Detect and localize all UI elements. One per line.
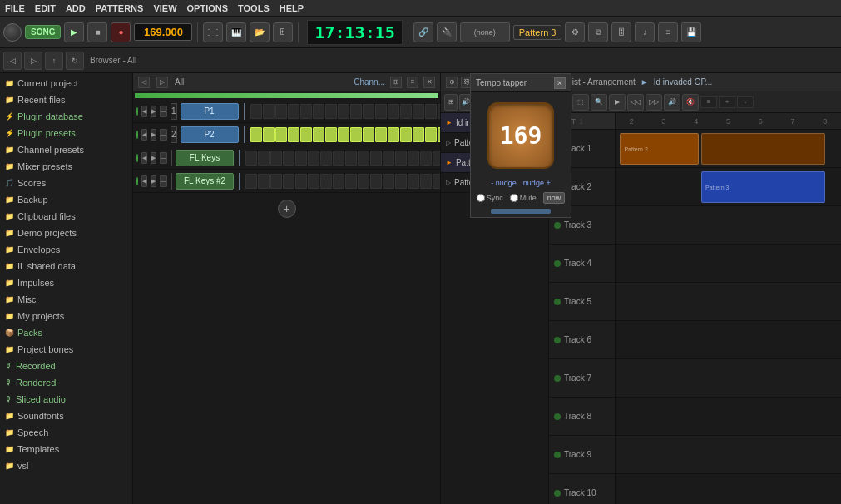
- sync-radio[interactable]: Sync: [477, 194, 503, 202]
- pl-tb-back[interactable]: ◁◁: [627, 94, 644, 111]
- pad[interactable]: [338, 127, 349, 142]
- nav-forward[interactable]: ▷: [24, 52, 42, 70]
- grid-row-8[interactable]: [616, 398, 841, 436]
- pad[interactable]: [270, 174, 282, 189]
- channel-vol-mini[interactable]: [239, 150, 240, 166]
- track-led[interactable]: [554, 337, 561, 343]
- pad[interactable]: [383, 174, 394, 189]
- track-led[interactable]: [554, 413, 561, 420]
- sidebar-item-current-project[interactable]: 📁 Current project: [0, 75, 132, 91]
- ch-nav-back[interactable]: ◁: [138, 77, 150, 88]
- channel-extra[interactable]: —: [160, 152, 167, 164]
- ch-close[interactable]: ✕: [423, 77, 435, 88]
- stop-button[interactable]: ■: [87, 22, 107, 42]
- mixer-label[interactable]: Chann...: [354, 77, 385, 86]
- channel-vol-mini[interactable]: [244, 103, 245, 120]
- menu-tools[interactable]: TOOLS: [233, 2, 275, 15]
- grid-row-4[interactable]: [616, 245, 841, 283]
- pad[interactable]: [395, 174, 407, 189]
- pad[interactable]: [433, 174, 440, 189]
- pad[interactable]: [275, 127, 287, 142]
- sidebar-item-demo-projects[interactable]: 📁 Demo projects: [0, 225, 132, 241]
- track-led[interactable]: [554, 222, 561, 229]
- grid-row-5[interactable]: [616, 283, 841, 321]
- sidebar-item-sliced-audio[interactable]: 🎙 Sliced audio: [0, 391, 132, 408]
- master-volume-knob[interactable]: [3, 23, 22, 42]
- pl-tb-play[interactable]: ▶: [609, 94, 626, 111]
- pl-tb-vol[interactable]: 🔊: [664, 94, 680, 111]
- pad[interactable]: [388, 127, 399, 142]
- sidebar-item-channel-presets[interactable]: 📁 Channel presets: [0, 141, 132, 158]
- channel-mute[interactable]: ◀: [141, 152, 147, 164]
- pad[interactable]: [288, 104, 299, 119]
- sidebar-item-rendered[interactable]: 🎙 Rendered: [0, 374, 132, 391]
- pad[interactable]: [288, 127, 299, 142]
- pattern-selector[interactable]: Pattern 3: [513, 25, 562, 40]
- channel-mute[interactable]: ◀: [141, 106, 147, 117]
- tempo-tap-pad[interactable]: 169: [487, 102, 554, 169]
- pad[interactable]: [283, 174, 294, 189]
- channel-vol-mini[interactable]: [244, 126, 245, 143]
- pad[interactable]: [350, 127, 362, 142]
- pad[interactable]: [425, 104, 437, 119]
- pad[interactable]: [438, 104, 440, 119]
- ch-nav-forward[interactable]: ▷: [156, 77, 168, 88]
- pad[interactable]: [320, 174, 332, 189]
- nudge-minus-button[interactable]: - nudge: [491, 179, 517, 187]
- nav-up[interactable]: ↑: [45, 52, 63, 70]
- record-button[interactable]: ●: [111, 22, 131, 42]
- pattern-copy-icon[interactable]: ⧉: [588, 22, 608, 42]
- channel-solo[interactable]: ▶: [151, 129, 156, 141]
- channel-led[interactable]: [136, 177, 138, 185]
- pad[interactable]: [263, 104, 275, 119]
- channel-led[interactable]: [136, 154, 138, 162]
- pad[interactable]: [295, 174, 307, 189]
- sidebar-item-scores[interactable]: 🎵 Scores: [0, 175, 132, 191]
- step-seq-icon[interactable]: ⋮⋮: [203, 22, 223, 42]
- pad[interactable]: [400, 127, 412, 142]
- channel-mute[interactable]: ◀: [141, 129, 147, 141]
- sidebar-item-clipboard[interactable]: 📁 Clipboard files: [0, 208, 132, 225]
- pad[interactable]: [400, 104, 412, 119]
- pad[interactable]: [245, 151, 257, 166]
- pl-tb-zoom[interactable]: 🔍: [591, 94, 607, 111]
- mute-radio[interactable]: Mute: [510, 194, 537, 202]
- none-selector[interactable]: (none): [460, 22, 510, 42]
- pad[interactable]: [375, 104, 387, 119]
- menu-add[interactable]: ADD: [61, 2, 91, 15]
- pl-tb-forward[interactable]: ▷▷: [646, 94, 662, 111]
- browser-icon[interactable]: 📂: [250, 22, 270, 42]
- plugin-icon[interactable]: 🔌: [437, 22, 457, 42]
- pad[interactable]: [250, 127, 262, 142]
- sidebar-item-plugin-presets[interactable]: ⚡ Plugin presets: [0, 125, 132, 141]
- pad[interactable]: [313, 104, 324, 119]
- pad[interactable]: [333, 174, 344, 189]
- sidebar-item-plugin-database[interactable]: ⚡ Plugin database: [0, 108, 132, 125]
- pad[interactable]: [258, 151, 270, 166]
- channel-name-button[interactable]: P2: [181, 126, 239, 143]
- pt-btn-1[interactable]: ⊞: [444, 94, 458, 111]
- menu-options[interactable]: OPTIONS: [182, 2, 234, 15]
- pl-tb-mute-all[interactable]: 🔇: [682, 94, 699, 111]
- channel-name-button[interactable]: P1: [181, 103, 239, 120]
- pad[interactable]: [420, 174, 432, 189]
- pad[interactable]: [300, 104, 312, 119]
- link-icon[interactable]: 🔗: [413, 22, 433, 42]
- grid-row-1[interactable]: Pattern 2: [616, 130, 841, 168]
- nudge-plus-button[interactable]: nudge +: [523, 179, 551, 187]
- pad[interactable]: [308, 174, 319, 189]
- playlist-grid[interactable]: Pattern 2 Pattern 3: [616, 130, 841, 504]
- pad[interactable]: [258, 174, 270, 189]
- playlist-block-track1-b[interactable]: [701, 133, 825, 165]
- menu-view[interactable]: VIEW: [148, 2, 181, 15]
- menu-file[interactable]: FILE: [0, 2, 30, 15]
- pattern-nav-btn[interactable]: ⊕: [446, 77, 458, 88]
- pad[interactable]: [408, 174, 419, 189]
- song-mode-button[interactable]: SONG: [25, 25, 61, 39]
- channel-solo[interactable]: ▶: [151, 106, 156, 117]
- grid-row-2[interactable]: Pattern 3: [616, 168, 841, 206]
- pad[interactable]: [375, 127, 387, 142]
- grid-row-3[interactable]: [616, 206, 841, 245]
- track-led[interactable]: [554, 375, 561, 382]
- pad[interactable]: [308, 151, 319, 166]
